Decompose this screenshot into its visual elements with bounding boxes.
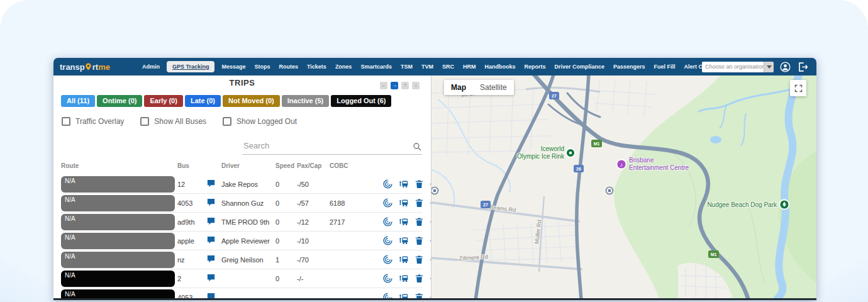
checkbox-box[interactable] — [223, 117, 231, 126]
nav-item-fuel-fill[interactable]: Fuel Fill — [654, 64, 676, 70]
delete-icon[interactable] — [414, 198, 425, 208]
board-bus-icon[interactable] — [398, 198, 409, 208]
panel-size-button-0[interactable]: ← — [380, 82, 387, 89]
chat-icon[interactable] — [206, 273, 216, 282]
trip-row[interactable]: N/A 2 0 -/- — [61, 269, 422, 288]
nav-item-admin[interactable]: Admin — [142, 64, 160, 70]
board-bus-icon[interactable] — [398, 273, 409, 284]
delete-icon[interactable] — [414, 292, 425, 300]
locate-bus-icon[interactable] — [382, 273, 393, 284]
map-button[interactable]: Map — [444, 80, 473, 95]
locate-bus-icon[interactable] — [382, 254, 393, 265]
nav-item-driver-compliance[interactable]: Driver Compliance — [554, 64, 604, 70]
search-icon[interactable] — [412, 142, 422, 152]
route-badge: N/A — [61, 289, 175, 301]
chat-icon[interactable] — [206, 254, 216, 264]
locate-bus-icon[interactable] — [382, 216, 393, 227]
delete-icon[interactable] — [414, 235, 425, 246]
chat-icon[interactable] — [206, 179, 216, 188]
board-bus-icon[interactable] — [398, 235, 409, 246]
board-bus-icon[interactable] — [398, 292, 409, 300]
chat-icon[interactable] — [206, 216, 216, 226]
nav-item-handbooks[interactable]: Handbooks — [484, 64, 515, 70]
nav-item-tickets[interactable]: Tickets — [307, 64, 326, 70]
chat-icon[interactable] — [206, 292, 216, 300]
chat-icon[interactable] — [206, 235, 216, 245]
nav-item-alert-contact[interactable]: Alert Contact — [684, 64, 702, 70]
nav-item-stops[interactable]: Stops — [254, 64, 270, 70]
panel-size-button-3[interactable]: ↓ — [412, 82, 420, 89]
nav-item-tsm[interactable]: TSM — [401, 64, 413, 70]
delete-icon[interactable] — [414, 273, 425, 284]
fullscreen-button[interactable] — [790, 80, 806, 96]
locate-bus-icon[interactable] — [382, 292, 393, 300]
nav-items: AdminGPS TrackingMessageStopsRoutesTicke… — [138, 61, 702, 72]
nav-item-tvm[interactable]: TVM — [421, 64, 433, 70]
svg-text:Nudgee Beach Dog Park: Nudgee Beach Dog Park — [707, 201, 777, 208]
board-bus-icon[interactable] — [398, 254, 409, 265]
speed-value: 0 — [275, 181, 297, 188]
content-split: TRIPS ←→↑↓ All (11)Ontime (0)Early (0)La… — [53, 76, 816, 300]
logo-text-suffix: me — [98, 62, 110, 72]
filter-not-moved-0[interactable]: Not Moved (0) — [223, 95, 280, 107]
svg-text:26: 26 — [576, 167, 581, 171]
traffic-overlay-checkbox[interactable]: Traffic Overlay — [62, 117, 124, 126]
filter-inactive-5[interactable]: Inactive (5) — [282, 95, 329, 107]
trip-row[interactable]: N/A apple Apple Reviewer 0 -/10 — [61, 232, 422, 250]
driver-name: TME PROD 9th — [221, 218, 275, 226]
trip-row[interactable]: N/A 4053 Shannon Guz 0 -/57 6188 — [61, 194, 422, 213]
nav-item-zones[interactable]: Zones — [335, 64, 352, 70]
table-header: Route Bus Driver Speed Pax/Cap COBC — [61, 162, 422, 169]
map-option-checkboxes: Traffic Overlay Show All Buses Show Logg… — [62, 117, 297, 126]
organisation-select[interactable]: Choose an organisation — [702, 62, 774, 72]
filter-logged-out-6[interactable]: Logged Out (6) — [331, 95, 391, 107]
nav-item-routes[interactable]: Routes — [279, 64, 299, 70]
trip-row[interactable]: N/A 4053 — [61, 288, 422, 300]
show-all-buses-checkbox[interactable]: Show All Buses — [140, 117, 206, 126]
nav-item-gps-tracking[interactable]: GPS Tracking — [167, 61, 215, 72]
filter-ontime-0[interactable]: Ontime (0) — [97, 95, 142, 107]
filter-late-0[interactable]: Late (0) — [185, 95, 221, 107]
locate-bus-icon[interactable] — [382, 198, 393, 208]
panel-size-button-1[interactable]: → — [391, 82, 398, 89]
trip-row[interactable]: N/A ad9th TME PROD 9th 0 -/12 2717 — [61, 213, 422, 232]
nav-item-src[interactable]: SRC — [442, 64, 454, 70]
panel-size-button-2[interactable]: ↑ — [401, 82, 409, 89]
satellite-button[interactable]: Satellite — [473, 80, 514, 95]
show-logged-out-checkbox[interactable]: Show Logged Out — [223, 117, 297, 126]
select-caret-button[interactable] — [764, 62, 774, 72]
speed-value: 1 — [275, 256, 297, 264]
board-bus-icon[interactable] — [398, 179, 409, 189]
filter-all-11[interactable]: All (11) — [61, 95, 95, 107]
trip-row[interactable]: N/A nz Greig Neilson 1 -/70 — [61, 250, 422, 269]
nav-item-hrm[interactable]: HRM — [463, 64, 476, 70]
user-account-icon[interactable] — [779, 61, 791, 73]
cobc-value: 2717 — [330, 218, 357, 226]
fullscreen-icon — [794, 84, 803, 93]
search-input[interactable] — [242, 138, 412, 154]
delete-icon[interactable] — [414, 179, 425, 189]
poi-dog-park[interactable]: Nudgee Beach Dog Park — [707, 200, 789, 210]
pax-cap-value: -/57 — [297, 199, 330, 207]
trip-row[interactable]: N/A 12 Jake Repos 0 -/50 — [61, 175, 422, 194]
checkbox-box[interactable] — [140, 117, 149, 126]
locate-bus-icon[interactable] — [382, 179, 393, 189]
nav-item-passengers[interactable]: Passengers — [613, 64, 645, 70]
delete-icon[interactable] — [414, 254, 425, 265]
route-badge: N/A — [61, 233, 175, 249]
caret-down-icon — [767, 65, 772, 69]
delete-icon[interactable] — [414, 216, 425, 227]
svg-text:M1: M1 — [594, 142, 600, 146]
transportme-logo[interactable]: transp rt me — [60, 62, 110, 72]
checkbox-box[interactable] — [62, 117, 70, 126]
nav-item-message[interactable]: Message — [221, 64, 245, 70]
nav-item-reports[interactable]: Reports — [524, 64, 545, 70]
filter-early-0[interactable]: Early (0) — [144, 95, 182, 107]
logout-icon[interactable] — [797, 61, 809, 73]
app-window: transp rt me AdminGPS TrackingMessageSto… — [53, 58, 816, 300]
board-bus-icon[interactable] — [398, 216, 409, 227]
nav-item-smartcards[interactable]: Smartcards — [360, 64, 392, 70]
map-canvas[interactable]: ps St Beams Rd Muller Rd Zillmere Rd 27 … — [431, 76, 816, 300]
chat-icon[interactable] — [206, 198, 216, 207]
locate-bus-icon[interactable] — [382, 235, 393, 246]
